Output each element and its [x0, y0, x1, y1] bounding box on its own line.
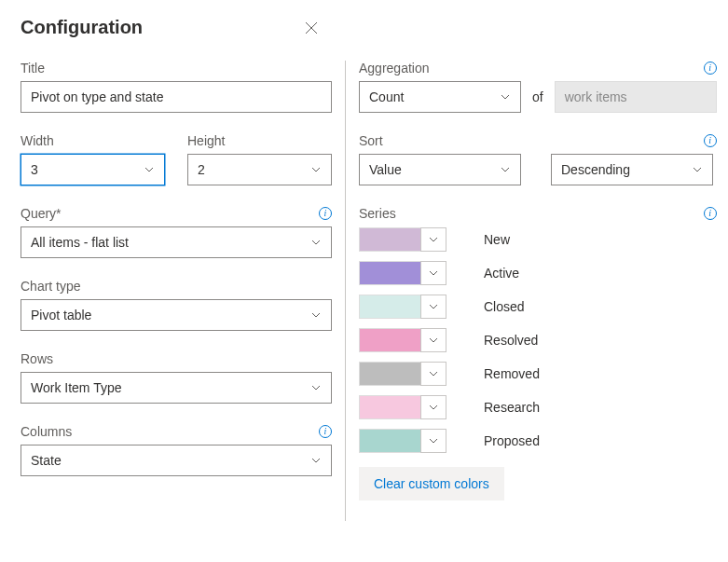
- series-label: Resolved: [484, 333, 538, 348]
- color-picker-toggle[interactable]: [420, 328, 446, 352]
- height-label: Height: [187, 133, 225, 148]
- sort-field-value: Value: [369, 162, 402, 177]
- columns-select[interactable]: State: [21, 445, 332, 476]
- info-icon[interactable]: i: [319, 425, 332, 438]
- chevron-down-icon: [310, 164, 322, 175]
- color-picker-toggle[interactable]: [420, 395, 446, 419]
- chevron-down-icon: [500, 91, 511, 103]
- color-picker-toggle[interactable]: [420, 261, 446, 285]
- color-swatch: [359, 295, 420, 319]
- rows-value: Work Item Type: [31, 380, 122, 395]
- color-picker-toggle[interactable]: [420, 429, 446, 453]
- series-label: Removed: [484, 366, 540, 381]
- series-label: New: [484, 232, 510, 247]
- chevron-down-icon: [310, 309, 322, 321]
- sort-field-select[interactable]: Value: [359, 154, 521, 185]
- sort-direction-select[interactable]: Descending: [551, 154, 713, 185]
- rows-select[interactable]: Work Item Type: [21, 372, 332, 404]
- rows-label: Rows: [21, 351, 53, 366]
- series-label: Series: [359, 206, 396, 221]
- close-icon[interactable]: [304, 21, 319, 35]
- series-item: Proposed: [359, 428, 717, 454]
- series-item: Closed: [359, 294, 717, 320]
- chevron-down-icon: [310, 382, 322, 393]
- color-swatch: [359, 362, 420, 386]
- clear-custom-colors-button[interactable]: Clear custom colors: [359, 467, 504, 500]
- color-swatch: [359, 261, 420, 285]
- chevron-down-icon: [428, 335, 439, 346]
- series-item: Resolved: [359, 327, 717, 353]
- dialog-title: Configuration: [21, 17, 143, 38]
- title-label: Title: [21, 61, 45, 75]
- chevron-down-icon: [428, 301, 439, 312]
- info-icon[interactable]: i: [704, 62, 717, 75]
- title-input[interactable]: [21, 81, 332, 113]
- chevron-down-icon: [692, 164, 703, 175]
- color-swatch: [359, 227, 420, 252]
- chevron-down-icon: [500, 164, 511, 175]
- aggregation-target-value: work items: [565, 89, 627, 104]
- query-label: Query*: [21, 206, 62, 221]
- chevron-down-icon: [310, 237, 322, 248]
- height-select[interactable]: 2: [187, 154, 332, 185]
- charttype-select[interactable]: Pivot table: [21, 299, 332, 331]
- color-picker-toggle[interactable]: [420, 295, 446, 319]
- chevron-down-icon: [144, 164, 155, 175]
- chevron-down-icon: [428, 402, 439, 413]
- color-swatch: [359, 328, 420, 352]
- aggregation-select[interactable]: Count: [359, 81, 521, 113]
- series-item: Active: [359, 260, 717, 286]
- query-select[interactable]: All items - flat list: [21, 226, 332, 258]
- chevron-down-icon: [428, 435, 439, 446]
- aggregation-label: Aggregation: [359, 61, 430, 75]
- series-label: Research: [484, 400, 540, 415]
- color-swatch: [359, 395, 420, 419]
- chevron-down-icon: [428, 234, 439, 245]
- series-label: Active: [484, 266, 519, 281]
- info-icon[interactable]: i: [704, 207, 717, 220]
- series-item: Research: [359, 394, 717, 420]
- series-label: Proposed: [484, 433, 540, 448]
- columns-label: Columns: [21, 424, 72, 439]
- sort-direction-value: Descending: [561, 162, 630, 177]
- width-select[interactable]: 3: [21, 154, 165, 185]
- series-item: New: [359, 226, 717, 253]
- color-picker-toggle[interactable]: [420, 362, 446, 386]
- info-icon[interactable]: i: [319, 207, 332, 220]
- width-label: Width: [21, 133, 54, 148]
- aggregation-value: Count: [369, 89, 404, 104]
- chevron-down-icon: [310, 455, 322, 466]
- columns-value: State: [31, 453, 62, 468]
- width-value: 3: [31, 162, 38, 177]
- chevron-down-icon: [428, 368, 439, 379]
- color-swatch: [359, 429, 420, 453]
- color-picker-toggle[interactable]: [420, 227, 446, 252]
- charttype-label: Chart type: [21, 279, 81, 294]
- series-item: Removed: [359, 361, 717, 387]
- height-value: 2: [198, 162, 205, 177]
- info-icon[interactable]: i: [704, 134, 717, 147]
- query-value: All items - flat list: [31, 235, 129, 250]
- aggregation-target: work items: [555, 81, 717, 113]
- charttype-value: Pivot table: [31, 308, 91, 322]
- of-label: of: [532, 89, 543, 104]
- chevron-down-icon: [428, 267, 439, 279]
- series-label: Closed: [484, 299, 525, 314]
- sort-label: Sort: [359, 133, 383, 148]
